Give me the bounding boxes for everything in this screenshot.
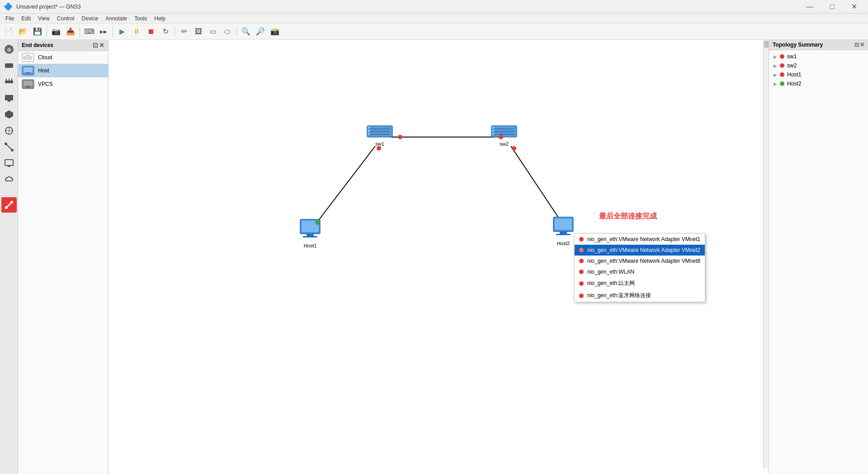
dropdown-item-bluetooth[interactable]: nio_gen_eth:蓝牙网络连接 [575,289,705,302]
svg-rect-35 [368,127,370,128]
node-sw1[interactable]: sw1 [366,123,393,147]
open-button[interactable]: 📂 [16,25,30,38]
node-host1-label: Host1 [304,243,317,248]
menu-control[interactable]: Control [53,14,78,23]
device-vpcs-label: VPCS [38,81,53,87]
svg-rect-3 [5,81,13,83]
topology-item-host1[interactable]: ▶ Host1 [769,70,868,79]
maximize-button[interactable]: □ [822,0,842,14]
terminal-button[interactable]: ▸▸ [97,25,110,38]
menu-device[interactable]: Device [78,14,102,23]
import-button[interactable]: 📥 [64,25,77,38]
menu-bar: File Edit View Control Device Annotate T… [0,14,868,24]
ellipse-button[interactable]: ⬭ [221,25,234,38]
connections-icon[interactable] [1,139,17,155]
device-panel-title: End devices [22,42,53,48]
menu-annotate[interactable]: Annotate [102,14,131,23]
canvas-area[interactable]: sw1 sw2 [108,40,769,474]
console-all-button[interactable]: ⌨ [82,25,96,38]
rect-button[interactable]: ▭ [206,25,220,38]
conn-dot-sw1-host1 [377,146,381,151]
play-button[interactable]: ▶ [115,25,129,38]
chevron-host1: ▶ [774,72,777,77]
device-panel-controls: ⊡ ✕ [93,42,104,49]
dropdown-item-vmnet2[interactable]: nio_gen_eth:VMware Network Adapter VMnet… [575,245,705,256]
panel-close-button[interactable]: ✕ [99,42,104,49]
svg-rect-7 [5,95,13,100]
pause-button[interactable]: ⏸ [130,25,143,38]
menu-edit[interactable]: Edit [18,14,34,23]
device-host-label: Host [38,67,49,74]
dropdown-item-wlan[interactable]: nio_gen_eth:WLAN [575,266,705,277]
dropdown-item-vmnet8[interactable]: nio_gen_eth:VMware Network Adapter VMnet… [575,256,705,266]
device-cloud[interactable]: Cloud [18,51,108,64]
device-host[interactable]: Host [18,64,108,77]
svg-rect-43 [492,130,494,132]
switch-icon[interactable] [1,74,17,90]
device-vpcs[interactable]: VPCS [18,77,108,91]
svg-rect-51 [560,232,567,234]
conn-dot-host1-up [315,220,320,225]
dropdown-label-3: nio_gen_eth:VMware Network Adapter VMnet… [587,258,700,264]
securitydevice-icon[interactable] [1,107,17,122]
left-sidebar: ⊕ [0,40,18,474]
svg-rect-2 [5,63,13,68]
dropdown-label-4: nio_gen_eth:WLAN [587,269,634,275]
dropdown-dot-3 [579,259,584,263]
topology-summary-close[interactable]: ✕ [860,42,864,48]
topology-summary-title: Topology Summary [773,42,823,48]
router-icon[interactable] [1,58,17,73]
minimize-button[interactable]: — [800,0,820,14]
topology-summary-undock[interactable]: ⊡ [854,42,859,48]
menu-tools[interactable]: Tools [131,14,151,23]
panel-undock-button[interactable]: ⊡ [93,42,98,49]
enddevice-icon[interactable] [1,90,17,106]
menu-view[interactable]: View [34,14,53,23]
node-host2[interactable]: Host2 [552,216,575,246]
image-button[interactable]: 🖼 [192,25,205,38]
topology-item-sw1[interactable]: ▶ sw1 [769,52,868,61]
dropdown-item-vmnet1[interactable]: nio_gen_eth:VMware Network Adapter VMnet… [575,234,705,245]
topology-list: ▶ sw1 ▶ sw2 ▶ Host1 ▶ Host2 [769,50,868,474]
topology-item-sw2[interactable]: ▶ sw2 [769,61,868,70]
node-sw1-label: sw1 [375,141,384,147]
zoom-in-button[interactable]: 🔍 [239,25,253,38]
vertical-scrollbar[interactable] [763,40,769,469]
stop-button[interactable]: ⏹ [144,25,158,38]
topology-summary-panel: Topology Summary ⊡ ✕ ▶ sw1 ▶ sw2 ▶ Host1 [769,40,868,474]
save-button[interactable]: 💾 [31,25,44,38]
edit-mode-button[interactable]: ✏ [177,25,191,38]
link-icon[interactable] [1,197,17,213]
dropdown-dot-5 [579,281,584,286]
reload-button[interactable]: ↻ [159,25,172,38]
device-list: Cloud Host VPCS [18,51,108,474]
svg-text:⊕: ⊕ [7,47,11,53]
screenshot-button[interactable]: 📸 [268,25,282,38]
device-cloud-label: Cloud [38,54,52,61]
dropdown-item-ethernet[interactable]: nio_gen_eth:以太网 [575,277,705,289]
svg-rect-23 [24,67,33,72]
all-devices-icon[interactable] [1,123,17,138]
cloud-icon[interactable] [1,172,17,187]
svg-rect-44 [492,133,494,135]
zoom-out-button[interactable]: 🔎 [254,25,267,38]
node-sw2[interactable]: sw2 [491,123,518,147]
toolbar: 📄 📂 💾 📷 📥 ⌨ ▸▸ ▶ ⏸ ⏹ ↻ ✏ 🖼 ▭ ⬭ 🔍 🔎 📸 [0,24,868,40]
new-button[interactable]: 📄 [2,25,15,38]
dropdown-label-5: nio_gen_eth:以太网 [587,280,635,287]
interface-dropdown: nio_gen_eth:VMware Network Adapter VMnet… [574,233,705,302]
menu-help[interactable]: Help [151,14,169,23]
status-dot-sw2 [780,63,784,68]
topology-label-host1: Host1 [787,71,801,78]
status-dot-sw1 [780,54,784,59]
snapshot-button[interactable]: 📷 [49,25,63,38]
svg-rect-27 [26,86,30,87]
close-button[interactable]: ✕ [844,0,864,14]
chevron-host2: ▶ [774,81,777,86]
menu-file[interactable]: File [2,14,18,23]
devices-panel-icon[interactable]: ⊕ [1,42,17,57]
window-title: Unsaved project* — GNS3 [16,4,81,10]
monitor-icon[interactable] [1,156,17,171]
status-dot-host2 [780,81,784,86]
topology-item-host2[interactable]: ▶ Host2 [769,79,868,88]
